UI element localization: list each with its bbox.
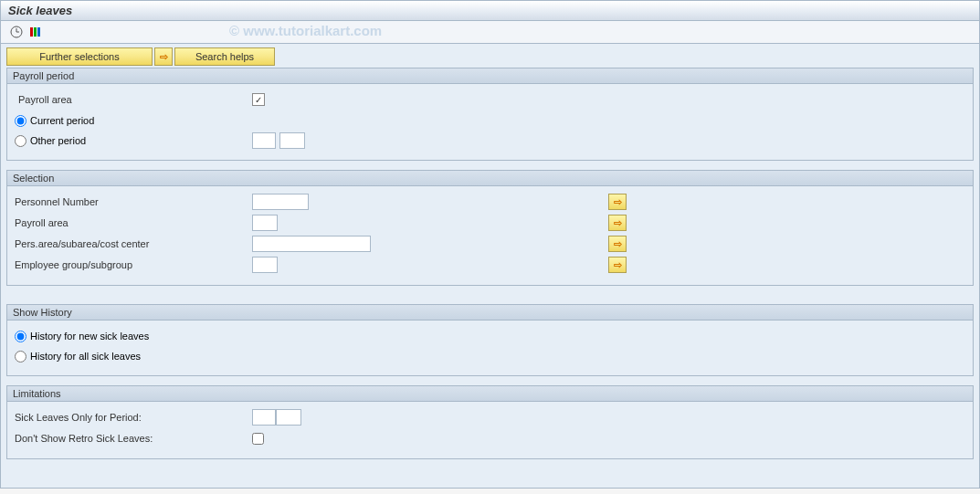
payroll-period-title: Payroll period — [7, 68, 973, 84]
further-selections-button[interactable]: Further selections — [6, 47, 153, 66]
selection-title: Selection — [7, 171, 973, 186]
pers-area-multiselect-icon[interactable]: ⇨ — [608, 236, 627, 252]
watermark: © www.tutorialkart.com — [229, 23, 382, 38]
employee-group-multiselect-icon[interactable]: ⇨ — [608, 257, 627, 273]
history-all-label: History for all sick leaves — [30, 351, 141, 362]
current-period-label: Current period — [30, 115, 94, 126]
show-history-title: Show History — [7, 305, 973, 321]
personnel-number-input[interactable] — [252, 194, 309, 210]
pers-area-label: Pers.area/subarea/cost center — [15, 238, 252, 249]
sel-payroll-area-label: Payroll area — [15, 217, 252, 228]
limitations-title: Limitations — [7, 386, 973, 402]
sel-payroll-area-multiselect-icon[interactable]: ⇨ — [608, 215, 627, 231]
pers-area-input[interactable] — [252, 236, 371, 252]
svg-rect-3 — [30, 27, 33, 37]
sel-payroll-area-input[interactable] — [252, 215, 278, 231]
personnel-number-multiselect-icon[interactable]: ⇨ — [608, 194, 627, 210]
other-period-label: Other period — [30, 135, 86, 146]
only-period-input-2[interactable] — [276, 409, 301, 426]
selection-group: Selection Personnel Number ⇨ Payroll are… — [6, 170, 974, 286]
button-row: Further selections ⇨ Search helps — [6, 47, 974, 66]
show-history-group: Show History History for new sick leaves… — [6, 304, 974, 376]
retro-label: Don't Show Retro Sick Leaves: — [15, 433, 252, 444]
svg-rect-4 — [34, 27, 37, 37]
execute-icon[interactable] — [8, 25, 25, 39]
other-period-radio[interactable] — [15, 135, 26, 147]
limitations-group: Limitations Sick Leaves Only for Period:… — [6, 385, 974, 459]
current-period-radio[interactable] — [15, 115, 26, 127]
page-title: Sick leaves — [0, 0, 980, 21]
arrow-right-icon[interactable]: ⇨ — [154, 47, 173, 66]
employee-group-label: Employee group/subgroup — [15, 259, 252, 270]
history-all-radio[interactable] — [15, 351, 26, 363]
payroll-area-checkbox[interactable]: ✓ — [252, 93, 265, 106]
payroll-period-group: Payroll period Payroll area ✓ Current pe… — [6, 68, 974, 161]
other-period-input-1[interactable] — [252, 132, 276, 149]
history-new-radio[interactable] — [15, 331, 26, 342]
personnel-number-label: Personnel Number — [15, 196, 252, 207]
only-period-input-1[interactable] — [252, 409, 276, 426]
search-helps-button[interactable]: Search helps — [174, 47, 275, 66]
payroll-area-label: Payroll area — [15, 94, 252, 105]
employee-group-input[interactable] — [252, 257, 278, 273]
toolbar: © www.tutorialkart.com — [0, 21, 980, 44]
other-period-input-2[interactable] — [279, 132, 305, 149]
retro-checkbox[interactable] — [252, 433, 264, 445]
main-content: Further selections ⇨ Search helps Payrol… — [0, 44, 980, 489]
history-new-label: History for new sick leaves — [30, 331, 149, 342]
only-period-label: Sick Leaves Only for Period: — [15, 412, 252, 423]
svg-rect-5 — [37, 27, 40, 37]
variant-icon[interactable] — [28, 25, 45, 39]
